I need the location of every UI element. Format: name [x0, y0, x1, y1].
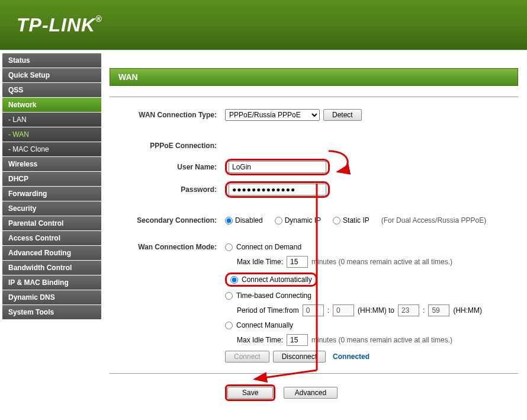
sidebar-item-wireless[interactable]: Wireless	[2, 157, 101, 171]
period-label: Period of Time:from	[237, 306, 299, 315]
mode-manual-text: Connect Manually	[236, 321, 293, 329]
secondary-disabled-radio[interactable]	[225, 217, 233, 225]
sidebar-item-access-control[interactable]: Access Control	[2, 231, 101, 245]
disconnect-button[interactable]: Disconnect	[273, 351, 326, 363]
hhmm-to: (HH:MM) to	[358, 306, 394, 315]
header-banner: TP-LINK®	[0, 0, 527, 50]
sidebar-item-wan[interactable]: - WAN	[2, 127, 101, 142]
sidebar-item-forwarding[interactable]: Forwarding	[2, 187, 101, 201]
password-label: Password:	[110, 185, 225, 194]
sidebar: Status Quick Setup QSS Network - LAN - W…	[0, 50, 104, 413]
max-idle2-note: minutes (0 means remain active at all ti…	[311, 336, 452, 344]
username-input[interactable]	[229, 161, 326, 173]
sidebar-item-network[interactable]: Network	[2, 98, 101, 112]
advanced-button[interactable]: Advanced	[284, 387, 338, 399]
sidebar-item-dynamic-dns[interactable]: Dynamic DNS	[2, 290, 101, 304]
secondary-dynamic-text: Dynamic IP	[285, 216, 321, 225]
mode-time-text: Time-based Connecting	[236, 291, 311, 300]
password-input[interactable]	[229, 184, 326, 195]
pppoe-conn-label: PPPoE Connection:	[110, 142, 225, 150]
sidebar-item-system-tools[interactable]: System Tools	[2, 305, 101, 319]
sidebar-item-quick-setup[interactable]: Quick Setup	[2, 68, 101, 82]
period-to-h[interactable]	[398, 304, 419, 316]
sidebar-item-bandwidth-control[interactable]: Bandwidth Control	[2, 261, 101, 275]
period-to-m[interactable]	[428, 304, 449, 316]
mode-auto-text: Connect Automatically	[242, 275, 312, 284]
secondary-static-radio[interactable]	[333, 217, 340, 225]
username-label: User Name:	[110, 163, 225, 171]
save-button[interactable]: Save	[227, 387, 273, 399]
connect-button[interactable]: Connect	[225, 351, 269, 363]
conn-type-label: WAN Connection Type:	[110, 111, 225, 119]
sidebar-item-mac-clone[interactable]: - MAC Clone	[2, 142, 101, 156]
secondary-static-text: Static IP	[343, 216, 369, 225]
divider-bottom	[110, 373, 518, 374]
mode-time-radio[interactable]	[225, 292, 233, 300]
mode-on-demand-text: Connect on Demand	[236, 243, 301, 251]
sidebar-item-dhcp[interactable]: DHCP	[2, 172, 101, 186]
mode-label: Wan Connection Mode:	[110, 243, 225, 251]
conn-type-select[interactable]: PPPoE/Russia PPPoE	[225, 109, 320, 121]
mode-on-demand-radio[interactable]	[225, 243, 233, 251]
period-from-h[interactable]	[303, 304, 324, 316]
period-from-m[interactable]	[333, 304, 354, 316]
sidebar-item-qss[interactable]: QSS	[2, 83, 101, 97]
secondary-disabled-text: Disabled	[235, 216, 263, 225]
page-title: WAN	[110, 68, 518, 86]
detect-button[interactable]: Detect	[323, 109, 362, 121]
divider	[110, 97, 518, 97]
sidebar-item-parental-control[interactable]: Parental Control	[2, 216, 101, 230]
sidebar-item-ip-mac-binding[interactable]: IP & MAC Binding	[2, 275, 101, 290]
connection-status: Connected	[333, 352, 369, 361]
mode-auto-radio[interactable]	[230, 276, 238, 284]
max-idle2-label: Max Idle Time:	[237, 336, 283, 344]
sidebar-item-advanced-routing[interactable]: Advanced Routing	[2, 246, 101, 260]
max-idle-note: minutes (0 means remain active at all ti…	[311, 258, 452, 266]
sidebar-item-security[interactable]: Security	[2, 201, 101, 216]
sidebar-item-status[interactable]: Status	[2, 53, 101, 68]
max-idle-input[interactable]	[287, 256, 308, 268]
hhmm2: (HH:MM)	[453, 306, 482, 315]
brand-logo: TP-LINK®	[17, 14, 102, 36]
max-idle-label: Max Idle Time:	[237, 258, 283, 266]
secondary-note: (For Dual Access/Russia PPPoE)	[381, 216, 486, 225]
mode-manual-radio[interactable]	[225, 322, 233, 329]
secondary-label: Secondary Connection:	[110, 216, 225, 225]
content-area: WAN WAN Connection Type: PPPoE/Russia PP…	[104, 50, 527, 413]
max-idle2-input[interactable]	[287, 334, 308, 346]
sidebar-item-lan[interactable]: - LAN	[2, 113, 101, 127]
secondary-dynamic-radio[interactable]	[275, 217, 282, 225]
